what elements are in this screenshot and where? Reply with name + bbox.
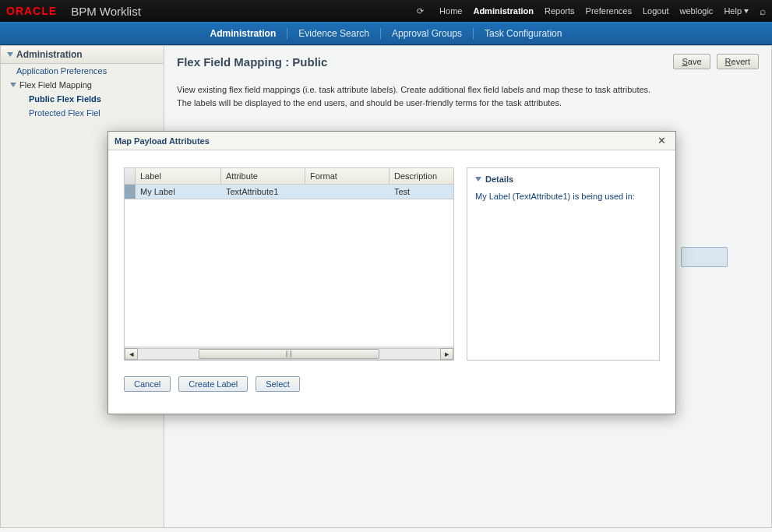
cancel-button[interactable]: Cancel bbox=[124, 376, 171, 392]
topbar: ORACLE BPM Worklist ⟳ Home Administratio… bbox=[0, 0, 772, 22]
nav-help-label: Help bbox=[724, 6, 742, 16]
refresh-icon[interactable]: ⟳ bbox=[417, 6, 424, 16]
details-header-label: Details bbox=[485, 174, 513, 184]
app-title: BPM Worklist bbox=[71, 5, 141, 18]
details-header[interactable]: Details bbox=[475, 174, 651, 184]
scroll-thumb[interactable]: ∥∥ bbox=[199, 349, 380, 359]
subnav-administration[interactable]: Administration bbox=[199, 28, 288, 39]
col-header-label[interactable]: Label bbox=[136, 168, 221, 184]
horizontal-scrollbar[interactable]: ◂ ∥∥ ▸ bbox=[125, 347, 453, 360]
search-icon[interactable]: ⌕ bbox=[760, 5, 766, 17]
revert-button[interactable]: Revert bbox=[717, 54, 759, 69]
subnav-approval-groups[interactable]: Approval Groups bbox=[381, 28, 474, 39]
cell-label: My Label bbox=[136, 185, 221, 199]
page-desc-line1: View existing flex field mappings (i.e. … bbox=[177, 83, 759, 97]
select-button[interactable]: Select bbox=[256, 376, 300, 392]
sidebar-header-label: Administration bbox=[16, 49, 83, 60]
subnav-evidence-search[interactable]: Evidence Search bbox=[287, 28, 381, 39]
disclosure-icon bbox=[10, 83, 16, 87]
details-text: My Label (TextAttribute1) is being used … bbox=[475, 192, 651, 201]
nav-preferences[interactable]: Preferences bbox=[586, 6, 632, 16]
attributes-table: Label Attribute Format Description My La… bbox=[124, 167, 454, 361]
cell-attribute: TextAttribute1 bbox=[221, 185, 305, 199]
subnav-task-configuration[interactable]: Task Configuration bbox=[474, 28, 573, 39]
sidebar-item-protected-flex-fields[interactable]: Protected Flex Fiel bbox=[1, 106, 164, 120]
sidebar-header[interactable]: Administration bbox=[1, 46, 164, 64]
disclosure-icon bbox=[7, 52, 13, 57]
row-selector-header bbox=[125, 168, 136, 184]
dialog-footer: Cancel Create Label Select bbox=[108, 368, 675, 400]
col-header-format[interactable]: Format bbox=[305, 168, 390, 184]
create-label-button[interactable]: Create Label bbox=[178, 376, 248, 392]
nav-user: weblogic bbox=[680, 6, 714, 16]
map-payload-attributes-dialog: Map Payload Attributes ✕ Label Attribute… bbox=[108, 131, 676, 414]
sidebar-group-flex-field-mapping[interactable]: Flex Field Mapping bbox=[1, 78, 164, 92]
page-buttons: Save Revert bbox=[673, 54, 759, 69]
logo: ORACLE bbox=[6, 5, 57, 17]
scroll-right-icon[interactable]: ▸ bbox=[440, 348, 453, 360]
close-icon[interactable]: ✕ bbox=[654, 135, 669, 146]
scroll-track[interactable]: ∥∥ bbox=[138, 348, 440, 360]
sidebar-group-label: Flex Field Mapping bbox=[19, 80, 92, 90]
nav-logout[interactable]: Logout bbox=[643, 6, 669, 16]
row-selector[interactable] bbox=[125, 185, 136, 199]
col-header-attribute[interactable]: Attribute bbox=[221, 168, 305, 184]
table-row[interactable]: My Label TextAttribute1 Test bbox=[125, 185, 453, 199]
content-header: Flex Field Mapping : Public Save Revert bbox=[177, 54, 759, 69]
save-button[interactable]: Save bbox=[673, 54, 710, 69]
page-title: Flex Field Mapping : Public bbox=[177, 55, 327, 69]
page-desc-line2: The labels will be displayed to the end … bbox=[177, 97, 759, 110]
details-panel: Details My Label (TextAttribute1) is bei… bbox=[467, 167, 660, 361]
dialog-body: Label Attribute Format Description My La… bbox=[108, 150, 675, 368]
bg-control-stub bbox=[681, 247, 728, 267]
cell-format bbox=[305, 185, 390, 199]
sidebar-item-public-flex-fields[interactable]: Public Flex Fields bbox=[1, 92, 164, 106]
table-header: Label Attribute Format Description bbox=[125, 168, 453, 185]
nav-administration[interactable]: Administration bbox=[473, 6, 534, 16]
sidebar-item-app-preferences[interactable]: Application Preferences bbox=[1, 64, 164, 78]
topbar-right: ⟳ Home Administration Reports Preference… bbox=[417, 5, 766, 17]
page-description: View existing flex field mappings (i.e. … bbox=[177, 83, 759, 109]
nav-reports[interactable]: Reports bbox=[545, 6, 575, 16]
scroll-left-icon[interactable]: ◂ bbox=[125, 348, 138, 360]
cell-description: Test bbox=[390, 185, 453, 199]
chevron-down-icon bbox=[744, 9, 749, 13]
subnav: Administration Evidence Search Approval … bbox=[0, 22, 772, 45]
table-filler bbox=[125, 199, 453, 347]
nav-help[interactable]: Help bbox=[724, 6, 749, 16]
nav-home[interactable]: Home bbox=[439, 6, 462, 16]
disclosure-icon bbox=[475, 177, 481, 181]
col-header-description[interactable]: Description bbox=[390, 168, 453, 184]
dialog-title: Map Payload Attributes bbox=[115, 136, 210, 146]
dialog-header: Map Payload Attributes ✕ bbox=[108, 132, 675, 150]
